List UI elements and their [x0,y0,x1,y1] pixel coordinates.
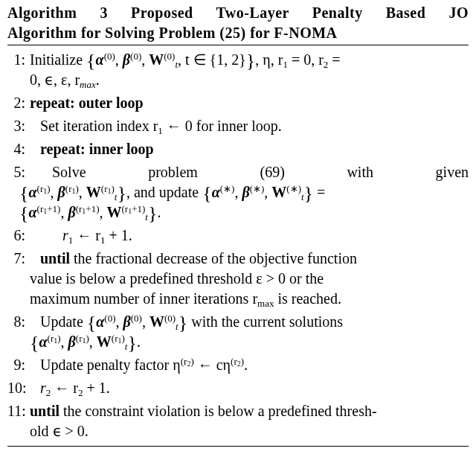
step-10: 10: r2 ← r2 + 1. [7,378,469,398]
algorithm-steps: 1: Initialize {α(0), β(0), W(0)t, t ∈ {1… [7,50,469,441]
step-3: 3: Set iteration index r1 ← 0 for inner … [7,116,469,136]
step-11: 11: until the constraint violation is be… [7,401,469,441]
step-5: 5: Solve problem (69) with given {α(r1),… [7,162,469,223]
algorithm-number: Algorithm 3 [7,4,108,21]
algorithm-block: { "title_l1_prefix": "Algorithm 3", "tit… [0,0,476,454]
step-1: 1: Initialize {α(0), β(0), W(0)t, t ∈ {1… [7,50,469,90]
rule-top [7,45,469,45]
step-2: 2: repeat: outer loop [7,93,469,113]
step-6: 6: r1 ← r1 + 1. [7,226,469,246]
step-7: 7: until the fractional decrease of the … [7,249,469,309]
step-4: 4: repeat: inner loop [7,139,469,159]
algorithm-title: Algorithm 3 Proposed Two-Layer Penalty B… [7,3,469,43]
step-8: 8: Update {α(0), β(0), W(0)t} with the c… [7,312,469,352]
step-9: 9: Update penalty factor η(r2) ← cη(r2). [7,355,469,375]
rule-bottom [7,446,469,447]
